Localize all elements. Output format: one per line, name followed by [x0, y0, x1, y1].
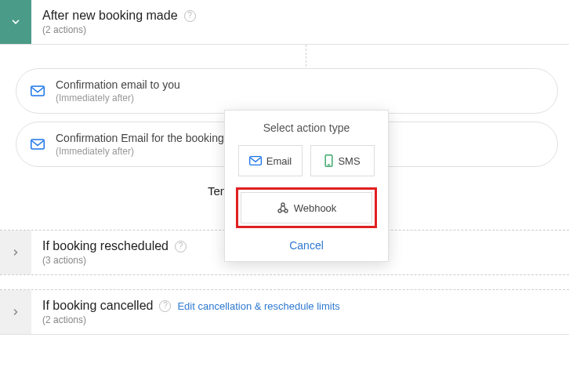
select-action-type-modal: Select action type Email SMS Webh — [224, 110, 389, 262]
option-label: Webhook — [294, 202, 337, 214]
help-icon[interactable]: ? — [159, 300, 171, 312]
option-sms[interactable]: SMS — [310, 145, 375, 176]
modal-title: Select action type — [234, 122, 379, 134]
action-sub: (Immediately after) — [56, 93, 180, 103]
chevron-down-icon — [10, 16, 21, 27]
svg-point-6 — [284, 209, 288, 212]
option-webhook-highlight: Webhook — [236, 187, 377, 228]
phone-icon — [324, 154, 333, 167]
trigger-toggle-cancelled[interactable] — [0, 290, 31, 334]
trigger-toggle-rescheduled[interactable] — [0, 230, 31, 274]
trigger-sub: (2 actions) — [42, 314, 558, 325]
trigger-title: After new booking made — [42, 9, 178, 23]
svg-rect-0 — [31, 86, 45, 96]
option-label: Email — [266, 155, 292, 167]
action-title: Confirmation Email for the booking — [56, 132, 224, 144]
action-confirmation-to-you[interactable]: Confirmation email to you (Immediately a… — [16, 68, 558, 114]
option-label: SMS — [338, 155, 360, 167]
option-webhook[interactable]: Webhook — [241, 192, 372, 223]
trigger-new-booking: After new booking made ? (2 actions) — [0, 0, 569, 45]
mail-icon — [31, 139, 45, 150]
help-icon[interactable]: ? — [184, 10, 196, 22]
trigger-title: If booking rescheduled — [42, 239, 169, 253]
svg-point-5 — [278, 209, 281, 212]
chevron-right-icon — [11, 248, 20, 257]
trigger-sub: (2 actions) — [42, 24, 558, 35]
option-email[interactable]: Email — [238, 145, 303, 176]
mail-icon — [31, 85, 45, 96]
chevron-right-icon — [11, 307, 20, 317]
action-title: Confirmation email to you — [56, 78, 180, 91]
cancel-link[interactable]: Cancel — [234, 239, 379, 252]
webhook-icon — [277, 201, 289, 214]
svg-rect-1 — [31, 140, 45, 149]
svg-rect-2 — [249, 157, 261, 165]
help-icon[interactable]: ? — [175, 241, 187, 252]
mail-icon — [249, 156, 262, 165]
trigger-cancelled: If booking cancelled ? Edit cancellation… — [0, 289, 569, 335]
trigger-title: If booking cancelled — [42, 299, 153, 313]
edit-cancellation-link[interactable]: Edit cancellation & reschedule limits — [177, 300, 339, 312]
action-sub: (Immediately after) — [56, 146, 224, 157]
trigger-toggle-new-booking[interactable] — [0, 0, 31, 44]
